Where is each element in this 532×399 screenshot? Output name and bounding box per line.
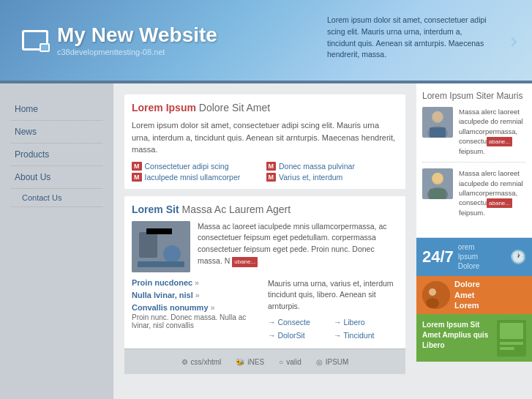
person-1-badge: abane... <box>487 137 512 146</box>
red-m-icon: M <box>132 162 142 171</box>
svg-rect-14 <box>430 189 446 199</box>
bottom-link-3[interactable]: → DolorSit <box>268 330 332 342</box>
person-2-badge: abane... <box>487 198 512 208</box>
svg-point-3 <box>163 245 181 263</box>
green-widget-image <box>497 320 526 357</box>
header-description: Lorem ipsum dolor sit amet, consectetuer… <box>327 15 488 61</box>
bottom-link-2[interactable]: → Libero <box>334 317 398 329</box>
person-1-text: Massa alerc laoreet iaculpede do remnial… <box>459 107 526 156</box>
bottom-right-links: → Consecte → Libero → DolorSit → Tincidu… <box>268 317 398 342</box>
svg-rect-20 <box>500 342 523 345</box>
bottom-left-item-2: Nulla lvinar, nisl » <box>132 291 262 299</box>
ines-icon: 🐝 <box>236 358 244 366</box>
right-sidebar-title: Lorem Ipsum Siter Mauris <box>422 91 526 101</box>
bottom-right: Mauris urna urna, varius et, interdum ti… <box>268 278 398 342</box>
svg-point-17 <box>426 298 439 308</box>
article-link-3[interactable]: M Iaculpede mnisl ullamcorper <box>132 173 264 182</box>
svg-rect-2 <box>146 228 172 234</box>
article-link-4[interactable]: M Varius et, interdum <box>266 173 399 182</box>
footer-logo-valid: ○ valid <box>279 358 301 366</box>
bottom-link-4[interactable]: → Tincidunt <box>334 330 398 342</box>
article-2-title: Lorem Sit Massa Ac Laurem Agert <box>132 204 398 215</box>
article-1-title: Lorem Ipsum Dolore Sit Amet <box>132 102 398 113</box>
rs-person-1: Massa alerc laoreet iaculpede do remnial… <box>422 107 526 163</box>
red-m-icon: M <box>132 173 142 182</box>
svg-rect-1 <box>139 232 157 258</box>
bottom-left: Proin nucdonec » Nulla lvinar, nisl » Co… <box>132 278 262 342</box>
right-top: Lorem Ipsum Siter Mauris Massa alerc lao… <box>416 83 532 238</box>
center-content: Lorem Ipsum Dolore Sit Amet Lorem ipsum … <box>113 83 416 399</box>
article-1-title-highlight: Lorem Ipsum <box>132 102 196 113</box>
chevron-right-icon: › <box>510 28 517 53</box>
green-widget-text: Lorem Ipsum Sit Amet Amplius quis Libero <box>422 320 492 351</box>
svg-rect-21 <box>500 347 514 350</box>
title-block: My New Website c38developmenttesting-08.… <box>57 24 217 57</box>
footer-logo-ines: 🐝 iNES <box>236 358 264 366</box>
svg-rect-19 <box>500 323 523 339</box>
article-2-title-rest: Massa Ac Laurem Agert <box>179 204 291 215</box>
person-2-avatar <box>422 168 453 199</box>
sidebar-item-home[interactable]: Home <box>11 98 102 121</box>
logo-icon <box>22 30 48 51</box>
bottom-left-item-1: Proin nucdonec » <box>132 278 262 287</box>
article-2-body: Massa ac laoreet iaculpede mnis ullamcor… <box>198 221 398 272</box>
logo-area: My New Website c38developmenttesting-08.… <box>22 24 217 57</box>
rs-title-highlight: Lorem Ipsum <box>422 91 473 101</box>
widget-247[interactable]: 24/7 oremIpsumDolore 🕐 <box>416 238 532 276</box>
bottom-grid: Proin nucdonec » Nulla lvinar, nisl » Co… <box>132 278 398 342</box>
footer-logo-ipsum: ◎ IPSUM <box>316 358 349 366</box>
svg-point-13 <box>432 173 443 183</box>
person-2-text: Massa alerc laoreet iaculpede do remnial… <box>459 168 526 217</box>
article-1-body: Lorem ipsum dolor sit amet, consectetuer… <box>132 119 398 156</box>
widget-orange[interactable]: DoloreAmetLorem <box>416 276 532 314</box>
widget-green[interactable]: Lorem Ipsum Sit Amet Amplius quis Libero <box>416 314 532 362</box>
sidebar-item-news[interactable]: News <box>11 121 102 143</box>
widget-247-text: oremIpsumDolore <box>458 242 506 271</box>
bottom-right-body: Mauris urna urna, varius et, interdum ti… <box>268 278 398 313</box>
svg-rect-4 <box>138 261 184 267</box>
article-1: Lorem Ipsum Dolore Sit Amet Lorem ipsum … <box>124 94 405 189</box>
svg-point-8 <box>432 111 443 122</box>
site-subtitle: c38developmenttesting-08.net <box>57 48 217 56</box>
header: My New Website c38developmenttesting-08.… <box>0 0 532 81</box>
article-link-1[interactable]: M Consectetuer adipi scing <box>132 162 264 171</box>
rs-title-rest: Siter Mauris <box>476 91 522 101</box>
article-2: Lorem Sit Massa Ac Laurem Agert Massa ac… <box>124 196 405 349</box>
article-2-content: Massa ac laoreet iaculpede mnis ullamcor… <box>132 221 398 272</box>
footer-logo-css: ⚙ css/xhtml <box>181 358 222 366</box>
widget-247-number: 24/7 <box>422 249 454 265</box>
clock-icon: 🕐 <box>510 249 526 265</box>
article-2-badge: ubane... <box>232 257 258 267</box>
article-1-links: M Consectetuer adipi scing M Donec massa… <box>132 162 398 182</box>
article-2-title-blue: Lorem Sit <box>132 204 179 215</box>
bottom-link-1[interactable]: → Consecte <box>268 317 332 329</box>
red-m-icon: M <box>266 173 277 182</box>
ipsum-icon: ◎ <box>316 358 323 366</box>
article-2-image <box>132 221 190 272</box>
sidebar-item-about[interactable]: About Us <box>11 166 102 189</box>
bottom-left-item-3: Convallis nonummy » Proin nunc. Donec ma… <box>132 303 262 329</box>
article-1-title-rest: Dolore Sit Amet <box>196 102 270 113</box>
article-link-2[interactable]: M Donec massa pulvinar <box>266 162 399 171</box>
site-title: My New Website <box>57 24 217 47</box>
svg-point-16 <box>429 288 436 296</box>
person-1-avatar <box>422 107 453 138</box>
valid-icon: ○ <box>279 358 283 366</box>
footer-strip: ⚙ css/xhtml 🐝 iNES ○ valid ◎ IPSUM <box>124 348 405 374</box>
css-icon: ⚙ <box>181 358 188 366</box>
orange-widget-image <box>422 281 450 309</box>
rs-person-2: Massa alerc laoreet iaculpede do remnial… <box>422 168 526 223</box>
main-wrapper: Home News Products About Us Contact Us L… <box>0 83 532 399</box>
sidebar: Home News Products About Us Contact Us <box>0 83 113 399</box>
red-m-icon: M <box>266 162 277 171</box>
right-sidebar: Lorem Ipsum Siter Mauris Massa alerc lao… <box>416 83 532 399</box>
orange-widget-text: DoloreAmetLorem <box>454 279 480 310</box>
sidebar-item-contact[interactable]: Contact Us <box>11 189 102 207</box>
sidebar-item-products[interactable]: Products <box>11 143 102 166</box>
svg-rect-9 <box>430 127 446 138</box>
